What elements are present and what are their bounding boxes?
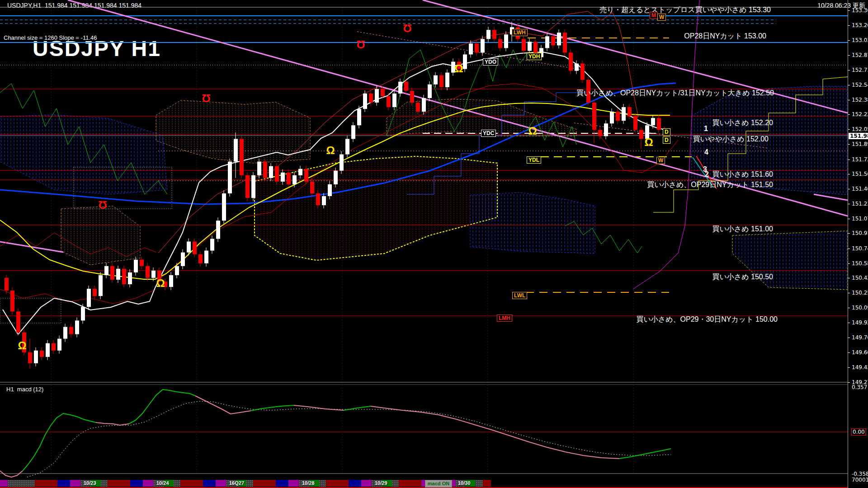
session-date-label: 10/28	[302, 480, 315, 487]
axis-tick	[848, 204, 850, 204]
session-segment-speckle	[8, 480, 35, 487]
price-axis-label: 152.545	[852, 82, 868, 88]
signal-omega-red: Ω	[98, 198, 107, 211]
macd-main-line	[371, 406, 619, 459]
signal-omega-yellow: Ω	[326, 144, 335, 157]
signal-omega-red: Ω	[403, 22, 411, 34]
price-axis-label: 150.255	[852, 290, 868, 296]
signal-omega-red: Ω	[202, 92, 210, 104]
signal-omega-yellow: Ω	[528, 125, 537, 137]
session-segment-magenta	[361, 480, 372, 487]
axis-tick	[848, 338, 850, 338]
axis-tick	[848, 70, 850, 70]
session-segment-blue	[203, 480, 216, 487]
price-axis-label: 149.925	[852, 319, 868, 326]
signal-omega-yellow: Ω	[156, 277, 165, 290]
signal-omega-yellow: Ω	[454, 62, 463, 75]
macd-axis-max: 0.357	[852, 384, 867, 390]
session-segment-darkred	[253, 480, 276, 487]
axis-tick	[848, 40, 850, 41]
session-date-label: 10/29	[375, 480, 387, 487]
signal-omega-red: Ω	[356, 38, 365, 51]
macd-axis-bars_count: 70001	[852, 477, 868, 483]
price-axis-label: 149.765	[852, 334, 868, 341]
price-axis-label: 150.580	[852, 260, 868, 267]
macd-main-line	[96, 422, 129, 425]
macd-axis-zero: 0.00	[852, 429, 866, 435]
session-segment-magenta	[216, 480, 226, 487]
macd-axis-min: -0.358	[852, 471, 868, 477]
macd-signal-line	[27, 401, 671, 477]
axis-separator	[848, 0, 848, 488]
price-axis-label: 151.235	[852, 201, 868, 207]
session-segment-blue	[130, 480, 143, 487]
price-axis-label: 152.055	[852, 126, 868, 132]
axis-tick	[848, 323, 850, 323]
axis-tick	[848, 85, 850, 85]
axis-tick	[848, 189, 850, 189]
macd-main-line	[23, 413, 96, 471]
macd-main-line	[129, 389, 195, 424]
axis-tick	[848, 25, 850, 26]
macd-main-line	[294, 405, 344, 410]
current-price-box: 151.984	[849, 133, 868, 139]
price-axis-label: 153.035	[852, 37, 868, 43]
axis-tick	[848, 100, 850, 100]
axis-tick	[848, 55, 850, 56]
axis-tick	[848, 233, 850, 234]
session-segment-darkred	[483, 480, 491, 487]
price-axis-label: 152.870	[852, 52, 868, 58]
macd-svg	[0, 0, 848, 488]
macd-main-line	[195, 396, 251, 414]
axis-tick	[848, 160, 850, 160]
price-axis-label: 151.890	[852, 141, 868, 147]
axis-tick	[848, 352, 850, 353]
session-segment-magenta	[0, 480, 8, 487]
price-axis-label: 153.365	[852, 7, 868, 14]
axis-tick	[848, 249, 850, 249]
price-axis-label: 149.600	[852, 349, 868, 356]
price-axis-label: 152.710	[852, 67, 868, 73]
axis-tick	[848, 308, 850, 308]
price-axis-label: 150.090	[852, 305, 868, 311]
session-segment-magenta	[421, 480, 425, 487]
axis-tick	[848, 114, 850, 115]
macd-main-line	[619, 449, 671, 459]
session-segment-magenta	[143, 480, 153, 487]
axis-tick	[848, 367, 850, 368]
session-segment-darkred	[108, 480, 130, 487]
price-axis-label: 150.745	[852, 245, 868, 252]
price-axis-label: 151.070	[852, 216, 868, 222]
session-segment-darkred	[35, 480, 57, 487]
price-axis-label: 150.420	[852, 275, 868, 281]
session-segment-blue	[276, 480, 288, 487]
macd-main-line	[0, 471, 23, 477]
axis-tick	[848, 129, 850, 130]
axis-tick	[848, 278, 850, 278]
price-axis-label: 151.725	[852, 156, 868, 163]
session-segment-magenta	[288, 480, 299, 487]
axis-tick	[848, 144, 850, 145]
macd-on-button[interactable]: macd ON	[425, 480, 452, 488]
axis-tick	[848, 382, 850, 383]
signal-omega-yellow: Ω	[18, 339, 26, 352]
signal-omega-yellow: Ω	[644, 136, 653, 149]
price-axis-label: 152.380	[852, 97, 868, 103]
session-segment-darkred	[399, 480, 421, 487]
session-segment-magenta	[452, 480, 456, 487]
price-axis-label: 151.400	[852, 186, 868, 192]
macd-main-line	[344, 406, 371, 410]
session-segment-blue	[57, 480, 70, 487]
axis-tick	[848, 10, 850, 11]
session-segment-magenta	[70, 480, 80, 487]
price-axis-label: 153.200	[852, 22, 868, 28]
session-segment-darkred	[180, 480, 203, 487]
axis-tick	[848, 293, 850, 293]
session-date-label: 10/23	[84, 480, 96, 487]
price-axis-label: 149.435	[852, 364, 868, 371]
session-date-label: 10/24	[156, 480, 169, 487]
macd-main-line	[251, 405, 294, 411]
axis-tick	[848, 263, 850, 264]
axis-tick	[848, 174, 850, 174]
price-axis-label: 152.220	[852, 111, 868, 117]
